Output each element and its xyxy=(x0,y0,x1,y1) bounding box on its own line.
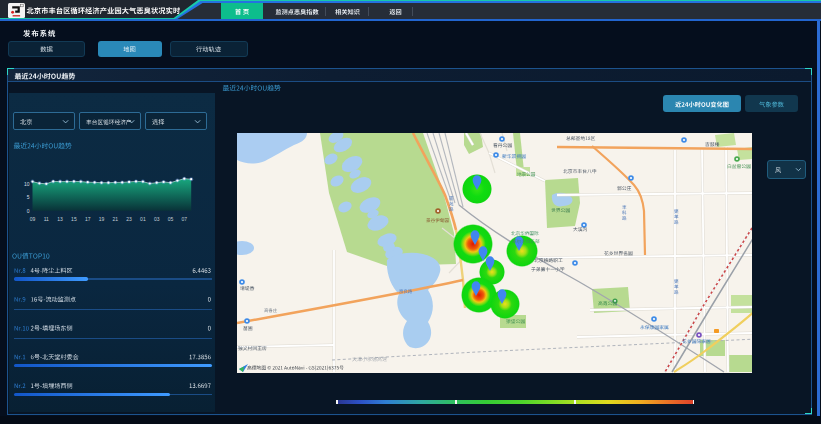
svg-text:13: 13 xyxy=(57,216,63,222)
svg-text:07: 07 xyxy=(182,216,188,222)
svg-text:0: 0 xyxy=(27,208,30,214)
svg-text:21: 21 xyxy=(113,216,119,222)
svg-text:15: 15 xyxy=(71,216,77,222)
svg-text:01: 01 xyxy=(140,216,146,222)
svg-text:11: 11 xyxy=(44,216,49,222)
svg-text:05: 05 xyxy=(168,216,174,222)
svg-text:19: 19 xyxy=(99,216,105,222)
svg-text:10: 10 xyxy=(24,181,30,187)
svg-text:09: 09 xyxy=(30,216,36,222)
svg-text:17: 17 xyxy=(85,216,91,222)
svg-text:23: 23 xyxy=(126,216,132,222)
svg-text:03: 03 xyxy=(154,216,160,222)
svg-text:5: 5 xyxy=(27,194,30,200)
